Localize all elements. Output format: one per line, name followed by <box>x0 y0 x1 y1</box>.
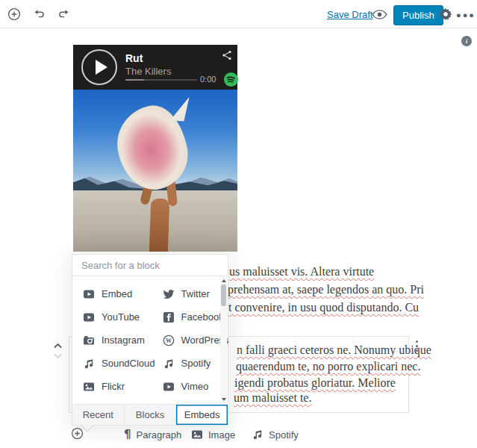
paragraph-block-button[interactable]: ¶ Paragraph <box>124 428 181 441</box>
track-title: Rut <box>125 52 143 64</box>
spotify-player: Rut The Killers 0:00 <box>73 45 237 90</box>
bottom-block-toolbar: ¶ Paragraph Image Spotify <box>0 423 477 448</box>
paragraph-icon: ¶ <box>124 428 131 441</box>
inserter-item-label: YouTube <box>102 311 140 323</box>
inserter-item-twitter[interactable]: Twitter <box>155 282 229 305</box>
kebab-dot <box>416 349 418 352</box>
inserter-item-label: SoundCloud <box>102 358 155 369</box>
share-icon[interactable] <box>222 50 232 63</box>
tab-blocks[interactable]: Blocks <box>125 405 177 425</box>
camera-icon <box>83 335 95 346</box>
album-art-image <box>73 90 237 252</box>
spotify-embed-block[interactable]: Rut The Killers 0:00 <box>73 45 237 252</box>
music-note-icon <box>83 358 95 370</box>
undo-icon <box>33 8 46 20</box>
inserter-item-spotify[interactable]: Spotify <box>155 352 229 375</box>
play-button[interactable] <box>81 49 117 85</box>
add-block-button[interactable] <box>7 7 21 21</box>
text-fragment: igendi probatus gloriatur. Meliore <box>234 376 396 389</box>
block-list: Embed Twitter YouTube Facebook Instagram <box>72 276 228 404</box>
more-ellipsis-icon: ●●● <box>456 10 476 19</box>
music-note-icon <box>252 429 264 441</box>
paragraph-text-line[interactable]: t convenire, in usu quod disputando. Cu <box>228 301 419 314</box>
paragraph-text-line[interactable]: n falli graeci ceteros ne. Nonumy ubique <box>237 343 431 357</box>
toolbar-item-label: Paragraph <box>137 429 182 441</box>
editor-toolbar: Save Draft Publish ●●● <box>0 0 477 28</box>
redo-icon <box>57 8 70 20</box>
spotify-block-button[interactable]: Spotify <box>252 429 299 441</box>
kebab-dot <box>416 340 418 343</box>
scrollbar-thumb[interactable] <box>221 284 226 306</box>
paragraph-text-line[interactable]: quaerendum te, no porro explicari nec. <box>236 360 420 373</box>
text-fragment: t convenire, in usu quod disputando. Cu <box>228 301 419 314</box>
settings-gear-icon <box>439 7 452 21</box>
block-options-button[interactable] <box>416 340 418 352</box>
inserter-item-label: Spotify <box>181 358 211 369</box>
block-mover <box>53 343 63 359</box>
save-draft-link[interactable]: Save Draft <box>327 9 372 20</box>
facebook-icon <box>163 311 175 323</box>
inserter-item-flickr[interactable]: Flickr <box>75 375 155 398</box>
tab-recent[interactable]: Recent <box>72 405 125 425</box>
inserter-item-youtube[interactable]: YouTube <box>75 305 155 329</box>
add-block-button-bottom[interactable] <box>71 427 84 440</box>
inserter-item-soundcloud[interactable]: SoundCloud <box>75 352 155 375</box>
wordpress-icon: W <box>163 335 175 346</box>
search-input[interactable] <box>72 255 228 276</box>
inserter-item-label: Embed <box>102 288 132 299</box>
image-block-button[interactable]: Image <box>191 429 235 441</box>
paragraph-text-line[interactable]: igendi probatus gloriatur. Meliore <box>234 376 396 390</box>
tab-embeds[interactable]: Embeds <box>176 405 228 425</box>
redo-button[interactable] <box>57 8 70 20</box>
move-down-icon[interactable] <box>53 353 63 359</box>
inserter-plus-icon <box>71 427 84 440</box>
paragraph-text-line[interactable]: us maluisset vis. Altera virtute <box>229 265 374 279</box>
scroll-down-icon[interactable] <box>222 398 226 401</box>
embed-video-icon <box>83 288 95 300</box>
text-fragment: us maluisset vis. Altera virtute <box>229 265 374 278</box>
inserter-item-embed[interactable]: Embed <box>75 282 155 305</box>
inserter-item-label: Instagram <box>102 335 145 346</box>
photo-icon <box>191 429 203 441</box>
popup-scrollbar[interactable] <box>220 277 227 403</box>
toolbar-item-label: Image <box>208 429 235 441</box>
vimeo-play-icon <box>163 381 175 393</box>
music-note-icon <box>163 358 175 370</box>
inserter-item-label: Facebook <box>181 311 224 323</box>
inserter-item-label: Vimeo <box>181 381 209 392</box>
info-icon[interactable]: i <box>461 36 472 46</box>
settings-button[interactable] <box>439 7 452 21</box>
elapsed-time: 0:00 <box>200 75 216 84</box>
inserter-item-label: Flickr <box>102 381 125 392</box>
editor-page: Save Draft Publish ●●● i Rut The Killers <box>0 0 477 448</box>
move-up-icon[interactable] <box>53 343 63 349</box>
album-arm <box>149 199 170 252</box>
youtube-icon <box>83 311 95 323</box>
inserter-plus-icon <box>7 7 21 21</box>
photo-icon <box>83 381 95 393</box>
block-inserter-popup: Embed Twitter YouTube Facebook Instagram <box>72 254 228 426</box>
undo-button[interactable] <box>33 8 46 20</box>
scroll-up-icon[interactable] <box>222 279 226 282</box>
text-fragment: n falli graeci ceteros ne. Nonumy ubique <box>237 343 431 356</box>
text-fragment: um maluisset te. <box>234 391 311 404</box>
progress-bar[interactable] <box>125 79 197 81</box>
inserter-item-label: Twitter <box>181 288 210 299</box>
publish-button[interactable]: Publish <box>393 5 443 25</box>
inserter-item-facebook[interactable]: Facebook <box>155 305 229 329</box>
svg-text:W: W <box>166 337 172 343</box>
twitter-icon <box>163 288 175 300</box>
text-fragment: quaerendum te, no porro explicari nec. <box>236 360 420 373</box>
inserter-tabs: Recent Blocks Embeds <box>72 404 228 425</box>
preview-button[interactable] <box>372 10 387 19</box>
text-fragment: prehensam at, saepe legendos an quo. Pri <box>228 283 424 296</box>
track-artist: The Killers <box>125 66 171 77</box>
inserter-item-wordpress[interactable]: W WordPress <box>155 329 229 352</box>
kebab-dot <box>416 345 418 347</box>
inserter-item-instagram[interactable]: Instagram <box>75 329 155 352</box>
more-options-button[interactable]: ●●● <box>456 10 476 19</box>
paragraph-text-line[interactable]: um maluisset te. <box>234 391 311 405</box>
paragraph-text-line[interactable]: prehensam at, saepe legendos an quo. Pri <box>228 283 424 296</box>
inserter-item-vimeo[interactable]: Vimeo <box>155 375 229 398</box>
spotify-logo-icon[interactable] <box>224 72 238 90</box>
